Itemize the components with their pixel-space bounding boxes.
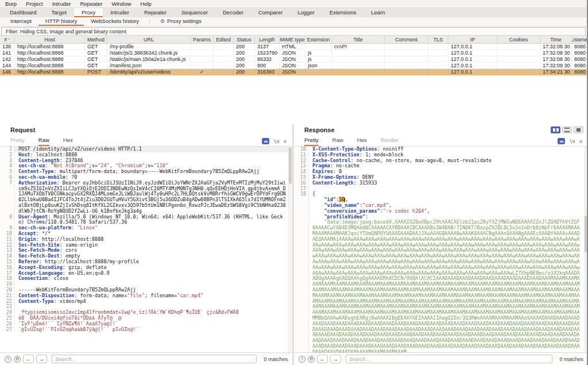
request-panel-title: Request [10, 126, 35, 133]
tab-extensions[interactable]: Extensions [322, 8, 363, 17]
cell-id: 141 [0, 50, 15, 56]
next-match-button[interactable]: → [36, 355, 47, 363]
request-search-input[interactable] [52, 355, 257, 363]
menu-item-window[interactable]: Window [112, 1, 131, 7]
cell-url: /manifest.json [107, 63, 191, 69]
table-row[interactable]: 138http://localhost:8888GET/my-profile20… [0, 44, 588, 50]
tab-decoder[interactable]: Decoder [215, 8, 251, 17]
table-row[interactable]: 141http://localhost:8888GET/static/js/2.… [0, 50, 588, 56]
cell-time: 17:34:21 30 A… [540, 69, 572, 75]
column-header-mime-type[interactable]: MIME type [280, 36, 305, 43]
line-number: 2 [0, 152, 15, 158]
subtab-divider [149, 19, 150, 24]
next-match-button[interactable]: → [330, 355, 341, 363]
column-header-time[interactable]: Time [540, 36, 572, 43]
nonprintable-chars-icon[interactable]: \n [569, 139, 575, 144]
column-header-params[interactable]: Params [191, 36, 214, 43]
tab-learn[interactable]: Learn [363, 8, 392, 17]
layout-single-button[interactable] [574, 126, 583, 133]
column-header-tls[interactable]: TLS [428, 36, 448, 43]
tab-repeater[interactable]: Repeater [137, 8, 174, 17]
line-number [294, 209, 309, 214]
editor-display-toggle-icon[interactable]: ab [262, 138, 269, 144]
nonprintable-chars-icon[interactable]: \n [273, 139, 279, 144]
help-icon[interactable]: ? [5, 356, 11, 363]
cell-cookies [497, 56, 540, 63]
cell-mime: JSON [280, 50, 305, 56]
tab-raw[interactable]: Raw [332, 137, 343, 146]
cell-listener: 8080 [572, 63, 588, 69]
gear-icon: ⚙ [160, 18, 165, 24]
table-row[interactable]: 144http://localhost:8888GET/manifest.jso… [0, 63, 588, 69]
tab-raw[interactable]: Raw [38, 137, 49, 146]
column-header-label: Edited [216, 37, 231, 43]
column-header-number[interactable]: #^ [0, 36, 15, 43]
tab-logger[interactable]: Logger [290, 8, 322, 17]
tab-comparer[interactable]: Comparer [251, 8, 290, 17]
column-header-method[interactable]: Method [85, 36, 107, 43]
editor-display-toggle-icon[interactable]: ab [558, 138, 565, 144]
column-header-host[interactable]: Host [15, 36, 85, 43]
tab-proxy[interactable]: Proxy [74, 8, 103, 17]
column-header-ip[interactable]: IP [448, 36, 497, 43]
search-settings-gear-icon[interactable]: ⚙ [14, 356, 21, 363]
tab-hex[interactable]: Hex [357, 137, 367, 146]
tab-dashboard[interactable]: Dashboard [2, 8, 44, 17]
table-row[interactable]: 146http://localhost:8888POST/identity/ap… [0, 69, 588, 75]
request-panel: Request PrettyRawHex ab \n ≡ 1POST /iden… [0, 124, 292, 365]
request-editor[interactable]: 1POST /identity/api/v2/user/videos HTTP/… [0, 146, 292, 352]
cell-length: 1523780 [255, 50, 280, 56]
response-editor[interactable]: 10X-Content-Type-Options: nosniff11X-XSS… [294, 146, 588, 352]
column-header-cookies[interactable]: Cookies [497, 36, 540, 43]
tab-pretty[interactable]: Pretty [304, 137, 319, 146]
response-scrollbar[interactable] [584, 147, 588, 352]
subtab-proxy-settings[interactable]: ⚙Proxy settings [153, 17, 208, 26]
help-icon[interactable]: ? [299, 356, 305, 363]
tab-sequencer[interactable]: Sequencer [174, 8, 215, 17]
menu-item-project[interactable]: Project [26, 1, 43, 7]
response-search-input[interactable] [346, 355, 552, 363]
cell-host: http://localhost:8888 [15, 63, 85, 69]
column-header-status[interactable]: Status [234, 36, 255, 43]
response-panel-title: Response [304, 126, 335, 133]
previous-match-button[interactable]: ← [317, 355, 328, 363]
column-header-label: IP [470, 37, 475, 43]
cell-title [332, 56, 385, 63]
menu-item-repeater[interactable]: Repeater [80, 1, 102, 7]
cell-host: http://localhost:8888 [15, 50, 85, 56]
editor-menu-icon[interactable]: ≡ [579, 139, 582, 144]
subtab-websockets-history[interactable]: WebSockets history [84, 17, 146, 26]
tab-hex[interactable]: Hex [63, 137, 73, 146]
layout-rows-button[interactable] [562, 126, 572, 133]
cell-time: 17:32:08 30 A… [540, 44, 572, 50]
menu-item-burp[interactable]: Burp [5, 1, 17, 7]
request-scrollbar[interactable] [288, 147, 292, 352]
editor-menu-icon[interactable]: ≡ [284, 139, 287, 144]
column-header-url[interactable]: URL [107, 36, 191, 43]
table-row[interactable]: 142http://localhost:8888GET/static/js/ma… [0, 56, 588, 63]
line-text: Authorization: Bearer eyJhbGciOiJSUzI1Ni… [15, 180, 292, 214]
column-header-label: TLS [434, 37, 443, 43]
column-header-comment[interactable]: Comment [385, 36, 428, 43]
column-header-length[interactable]: Length [255, 36, 280, 43]
column-header-edited[interactable]: Edited [214, 36, 234, 43]
column-header-extension[interactable]: Extension [305, 36, 332, 43]
line-number: 3 [0, 158, 15, 164]
cell-comment [385, 63, 428, 69]
cell-ext [305, 44, 332, 50]
line-number: 27 [0, 327, 15, 333]
subtab-intercept[interactable]: Intercept [3, 17, 38, 26]
subtab-http-history[interactable]: HTTP history [38, 17, 84, 26]
menu-item-help[interactable]: Help [140, 1, 152, 7]
layout-columns-button[interactable] [551, 126, 560, 133]
cell-ip: 127.0.0.1 [448, 69, 497, 75]
previous-match-button[interactable]: ← [23, 355, 34, 363]
cell-listener: 8080 [572, 69, 588, 75]
tab-target[interactable]: Target [44, 8, 74, 17]
search-settings-gear-icon[interactable]: ⚙ [308, 356, 315, 363]
column-header-title[interactable]: Title [332, 36, 385, 43]
tab-intruder[interactable]: Intruder [103, 8, 137, 17]
menu-item-intruder[interactable]: Intruder [52, 1, 71, 7]
column-header-listener[interactable]: Listener [572, 36, 588, 43]
editor-line: 7Authorization: Bearer eyJhbGciOiJSUzI1N… [0, 180, 292, 214]
